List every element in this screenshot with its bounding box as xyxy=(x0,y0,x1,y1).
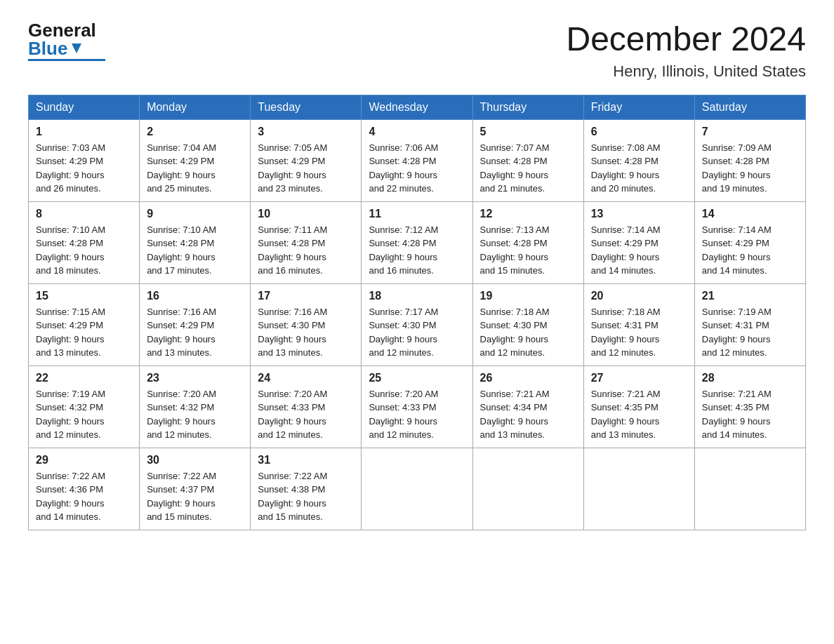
day-number: 23 xyxy=(147,372,243,384)
calendar-day-cell: 1 Sunrise: 7:03 AM Sunset: 4:29 PM Dayli… xyxy=(29,119,140,201)
day-info: Sunrise: 7:20 AM Sunset: 4:33 PM Dayligh… xyxy=(369,387,465,442)
day-info: Sunrise: 7:05 AM Sunset: 4:29 PM Dayligh… xyxy=(258,141,354,196)
calendar-day-cell: 19 Sunrise: 7:18 AM Sunset: 4:30 PM Dayl… xyxy=(472,283,583,365)
day-info: Sunrise: 7:10 AM Sunset: 4:28 PM Dayligh… xyxy=(147,223,243,278)
day-number: 13 xyxy=(591,208,687,220)
calendar-day-cell: 16 Sunrise: 7:16 AM Sunset: 4:29 PM Dayl… xyxy=(140,283,251,365)
day-number: 17 xyxy=(258,290,354,302)
day-number: 11 xyxy=(369,208,465,220)
calendar-day-cell: 2 Sunrise: 7:04 AM Sunset: 4:29 PM Dayli… xyxy=(140,119,251,201)
day-of-week-header: Friday xyxy=(583,95,694,119)
calendar-day-cell: 29 Sunrise: 7:22 AM Sunset: 4:36 PM Dayl… xyxy=(29,448,140,530)
day-info: Sunrise: 7:14 AM Sunset: 4:29 PM Dayligh… xyxy=(702,223,798,278)
calendar-day-cell xyxy=(583,448,694,530)
calendar-day-cell xyxy=(362,448,472,530)
day-info: Sunrise: 7:11 AM Sunset: 4:28 PM Dayligh… xyxy=(258,223,354,278)
logo-underline xyxy=(28,59,105,61)
day-info: Sunrise: 7:22 AM Sunset: 4:37 PM Dayligh… xyxy=(147,469,243,524)
calendar-day-cell: 12 Sunrise: 7:13 AM Sunset: 4:28 PM Dayl… xyxy=(472,201,583,283)
logo-blue-text: Blue xyxy=(28,39,67,58)
day-number: 7 xyxy=(702,126,798,138)
calendar-day-cell: 6 Sunrise: 7:08 AM Sunset: 4:28 PM Dayli… xyxy=(583,119,694,201)
day-headers-row: SundayMondayTuesdayWednesdayThursdayFrid… xyxy=(29,95,806,119)
calendar-day-cell: 10 Sunrise: 7:11 AM Sunset: 4:28 PM Dayl… xyxy=(251,201,362,283)
calendar-week-row: 22 Sunrise: 7:19 AM Sunset: 4:32 PM Dayl… xyxy=(29,365,806,448)
day-info: Sunrise: 7:15 AM Sunset: 4:29 PM Dayligh… xyxy=(36,305,132,360)
calendar-day-cell: 20 Sunrise: 7:18 AM Sunset: 4:31 PM Dayl… xyxy=(583,283,694,365)
day-info: Sunrise: 7:22 AM Sunset: 4:38 PM Dayligh… xyxy=(258,469,354,524)
calendar-day-cell: 18 Sunrise: 7:17 AM Sunset: 4:30 PM Dayl… xyxy=(362,283,472,365)
day-of-week-header: Wednesday xyxy=(362,95,472,119)
day-number: 9 xyxy=(147,208,243,220)
day-number: 1 xyxy=(36,126,132,138)
calendar-week-row: 29 Sunrise: 7:22 AM Sunset: 4:36 PM Dayl… xyxy=(29,448,806,530)
calendar-day-cell: 7 Sunrise: 7:09 AM Sunset: 4:28 PM Dayli… xyxy=(694,119,805,201)
day-info: Sunrise: 7:18 AM Sunset: 4:30 PM Dayligh… xyxy=(480,305,576,360)
day-info: Sunrise: 7:06 AM Sunset: 4:28 PM Dayligh… xyxy=(369,141,465,196)
day-number: 18 xyxy=(369,290,465,302)
day-number: 8 xyxy=(36,208,132,220)
calendar-day-cell: 30 Sunrise: 7:22 AM Sunset: 4:37 PM Dayl… xyxy=(140,448,251,530)
calendar-day-cell: 25 Sunrise: 7:20 AM Sunset: 4:33 PM Dayl… xyxy=(362,365,472,448)
title-section: December 2024 Henry, Illinois, United St… xyxy=(566,21,806,81)
day-number: 31 xyxy=(258,454,354,467)
day-of-week-header: Monday xyxy=(140,95,251,119)
calendar-day-cell: 17 Sunrise: 7:16 AM Sunset: 4:30 PM Dayl… xyxy=(251,283,362,365)
day-info: Sunrise: 7:10 AM Sunset: 4:28 PM Dayligh… xyxy=(36,223,132,278)
calendar-day-cell: 14 Sunrise: 7:14 AM Sunset: 4:29 PM Dayl… xyxy=(694,201,805,283)
day-number: 2 xyxy=(147,126,243,138)
day-number: 28 xyxy=(702,372,798,384)
calendar-day-cell: 31 Sunrise: 7:22 AM Sunset: 4:38 PM Dayl… xyxy=(251,448,362,530)
calendar-day-cell xyxy=(472,448,583,530)
day-of-week-header: Sunday xyxy=(29,95,140,119)
day-info: Sunrise: 7:08 AM Sunset: 4:28 PM Dayligh… xyxy=(591,141,687,196)
day-number: 26 xyxy=(480,372,576,384)
calendar-day-cell: 15 Sunrise: 7:15 AM Sunset: 4:29 PM Dayl… xyxy=(29,283,140,365)
svg-marker-0 xyxy=(72,43,81,53)
page-header: General Blue December 2024 Henry, Illino… xyxy=(28,21,806,81)
day-number: 4 xyxy=(369,126,465,138)
calendar-week-row: 8 Sunrise: 7:10 AM Sunset: 4:28 PM Dayli… xyxy=(29,201,806,283)
calendar-day-cell: 9 Sunrise: 7:10 AM Sunset: 4:28 PM Dayli… xyxy=(140,201,251,283)
day-info: Sunrise: 7:19 AM Sunset: 4:31 PM Dayligh… xyxy=(702,305,798,360)
day-number: 25 xyxy=(369,372,465,384)
calendar-day-cell: 4 Sunrise: 7:06 AM Sunset: 4:28 PM Dayli… xyxy=(362,119,472,201)
day-number: 22 xyxy=(36,372,132,384)
day-info: Sunrise: 7:20 AM Sunset: 4:32 PM Dayligh… xyxy=(147,387,243,442)
day-info: Sunrise: 7:09 AM Sunset: 4:28 PM Dayligh… xyxy=(702,141,798,196)
calendar-day-cell: 22 Sunrise: 7:19 AM Sunset: 4:32 PM Dayl… xyxy=(29,365,140,448)
day-info: Sunrise: 7:21 AM Sunset: 4:35 PM Dayligh… xyxy=(702,387,798,442)
day-of-week-header: Tuesday xyxy=(251,95,362,119)
day-number: 29 xyxy=(36,454,132,467)
day-number: 3 xyxy=(258,126,354,138)
day-number: 30 xyxy=(147,454,243,467)
calendar-week-row: 15 Sunrise: 7:15 AM Sunset: 4:29 PM Dayl… xyxy=(29,283,806,365)
calendar-day-cell: 3 Sunrise: 7:05 AM Sunset: 4:29 PM Dayli… xyxy=(251,119,362,201)
day-number: 14 xyxy=(702,208,798,220)
logo-arrow-icon xyxy=(69,41,84,56)
calendar-table: SundayMondayTuesdayWednesdayThursdayFrid… xyxy=(28,95,806,530)
day-number: 16 xyxy=(147,290,243,302)
day-info: Sunrise: 7:04 AM Sunset: 4:29 PM Dayligh… xyxy=(147,141,243,196)
calendar-day-cell: 23 Sunrise: 7:20 AM Sunset: 4:32 PM Dayl… xyxy=(140,365,251,448)
day-info: Sunrise: 7:17 AM Sunset: 4:30 PM Dayligh… xyxy=(369,305,465,360)
day-info: Sunrise: 7:16 AM Sunset: 4:29 PM Dayligh… xyxy=(147,305,243,360)
day-info: Sunrise: 7:13 AM Sunset: 4:28 PM Dayligh… xyxy=(480,223,576,278)
day-number: 20 xyxy=(591,290,687,302)
day-info: Sunrise: 7:21 AM Sunset: 4:35 PM Dayligh… xyxy=(591,387,687,442)
day-number: 10 xyxy=(258,208,354,220)
day-info: Sunrise: 7:14 AM Sunset: 4:29 PM Dayligh… xyxy=(591,223,687,278)
logo: General Blue xyxy=(28,21,105,61)
day-number: 19 xyxy=(480,290,576,302)
calendar-day-cell: 27 Sunrise: 7:21 AM Sunset: 4:35 PM Dayl… xyxy=(583,365,694,448)
day-of-week-header: Saturday xyxy=(694,95,805,119)
day-number: 5 xyxy=(480,126,576,138)
location-subtitle: Henry, Illinois, United States xyxy=(566,62,806,81)
day-number: 15 xyxy=(36,290,132,302)
day-number: 27 xyxy=(591,372,687,384)
calendar-day-cell: 26 Sunrise: 7:21 AM Sunset: 4:34 PM Dayl… xyxy=(472,365,583,448)
day-info: Sunrise: 7:12 AM Sunset: 4:28 PM Dayligh… xyxy=(369,223,465,278)
day-info: Sunrise: 7:16 AM Sunset: 4:30 PM Dayligh… xyxy=(258,305,354,360)
day-info: Sunrise: 7:22 AM Sunset: 4:36 PM Dayligh… xyxy=(36,469,132,524)
logo-general-text: General xyxy=(28,21,96,39)
